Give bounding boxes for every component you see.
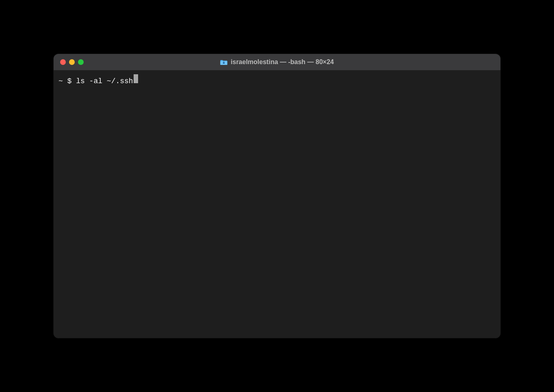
traffic-lights — [60, 59, 84, 65]
close-button[interactable] — [60, 59, 66, 65]
terminal-line: ~ $ ls -al ~/.ssh — [58, 74, 496, 86]
cursor — [134, 74, 138, 83]
titlebar[interactable]: israelmolestina — -bash — 80×24 — [54, 54, 500, 70]
terminal-body[interactable]: ~ $ ls -al ~/.ssh — [54, 70, 500, 338]
terminal-window: israelmolestina — -bash — 80×24 ~ $ ls -… — [54, 54, 500, 338]
minimize-button[interactable] — [69, 59, 75, 65]
folder-icon — [220, 59, 227, 65]
command-input[interactable]: ls -al ~/.ssh — [76, 76, 133, 86]
window-title: israelmolestina — -bash — 80×24 — [231, 58, 334, 66]
prompt: ~ $ — [58, 76, 76, 86]
title-content: israelmolestina — -bash — 80×24 — [54, 58, 500, 66]
maximize-button[interactable] — [78, 59, 84, 65]
